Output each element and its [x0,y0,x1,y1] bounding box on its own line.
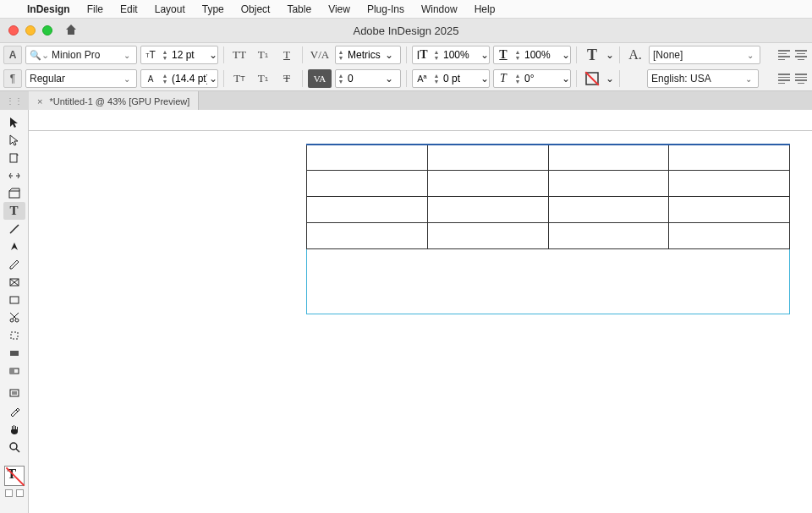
font-size-input[interactable] [170,49,209,61]
menu-window[interactable]: Window [413,0,466,19]
kerning-input[interactable] [346,49,385,61]
all-caps-button[interactable]: TT [229,46,250,64]
menu-app[interactable]: InDesign [19,0,79,19]
menu-file[interactable]: File [79,0,112,19]
tracking-input[interactable] [346,73,385,85]
language-value: English: USA [651,73,743,85]
baseline-shift-icon: Aª [413,74,431,84]
menu-type[interactable]: Type [194,0,233,19]
skew-icon: T [494,72,513,85]
zoom-tool[interactable] [3,438,25,456]
table[interactable] [306,144,790,249]
pen-tool[interactable] [3,237,25,255]
menu-object[interactable]: Object [233,0,279,19]
tab-bar-grip[interactable]: ⋮⋮ [0,91,29,111]
macos-menubar: InDesign File Edit Layout Type Object Ta… [0,0,812,19]
direct-selection-tool[interactable] [3,131,25,149]
gradient-swatch-tool[interactable] [3,344,25,362]
hand-tool[interactable] [3,420,25,438]
rectangle-frame-tool[interactable] [3,273,25,291]
menu-view[interactable]: View [320,0,359,19]
menu-plugins[interactable]: Plug-Ins [359,0,413,19]
chevron-down-icon: ⌄ [121,51,133,60]
paragraph-align-group-bottom [776,71,809,86]
page-tool[interactable] [3,149,25,166]
leading-input[interactable] [170,73,209,85]
horizontal-scale-field[interactable]: T ▲▼ ⌄ [493,46,571,64]
justify-center-button[interactable] [793,71,809,86]
vertical-scale-icon: IT [413,48,431,62]
pencil-tool[interactable] [3,255,25,273]
stroke-color-button[interactable] [582,69,602,88]
leading-field[interactable]: A ▲▼ ⌄ [140,69,218,88]
font-size-field[interactable]: TT ▲▼ ⌄ [140,46,218,64]
color-mode-toggles[interactable] [5,489,24,497]
justify-left-button[interactable] [776,71,792,86]
character-mode-button[interactable]: A [3,46,22,64]
font-family-combo[interactable]: 🔍⌄ Minion Pro ⌄ [25,46,137,64]
strikethrough-button[interactable]: T [277,69,297,88]
menu-edit[interactable]: Edit [112,0,146,19]
svg-point-8 [10,319,14,322]
app-titlebar: Adobe InDesign 2025 [0,19,812,42]
horizontal-scale-input[interactable] [523,49,562,61]
character-style-combo[interactable]: [None] ⌄ [649,46,760,64]
table-row[interactable] [307,145,790,171]
superscript-button[interactable]: T1 [253,46,273,64]
chevron-down-icon[interactable]: ⌄ [606,73,614,85]
menu-table[interactable]: Table [278,0,320,19]
scissors-tool[interactable] [3,308,25,326]
line-tool[interactable] [3,220,25,237]
baseline-shift-field[interactable]: Aª ▲▼ ⌄ [412,69,490,88]
free-transform-tool[interactable] [3,326,25,344]
control-panel: A 🔍⌄ Minion Pro ⌄ TT ▲▼ ⌄ TT T1 T V/A ▲▼… [0,42,812,91]
document-tab[interactable]: × *Untitled-1 @ 43% [GPU Preview] [29,91,199,111]
window-controls [0,25,52,35]
document-canvas[interactable] [29,110,812,513]
language-combo[interactable]: English: USA ⌄ [647,69,759,88]
align-left-button[interactable] [776,47,792,63]
font-style-combo[interactable]: Regular ⌄ [25,69,137,88]
kerning-field[interactable]: ▲▼ ⌄ [335,46,401,64]
table-selection-top [306,144,790,145]
vertical-scale-field[interactable]: IT ▲▼ ⌄ [412,46,490,64]
fill-stroke-swatch[interactable]: T [4,466,25,486]
skew-input[interactable] [523,73,562,85]
gap-tool[interactable] [3,166,25,184]
fill-color-button[interactable]: T [582,46,602,64]
selection-tool[interactable] [3,113,25,131]
menu-help[interactable]: Help [466,0,504,19]
window-close-button[interactable] [8,25,19,35]
svg-line-3 [10,225,19,233]
table-row[interactable] [307,223,790,249]
home-button[interactable] [64,23,78,39]
content-collector-tool[interactable] [3,184,25,202]
window-zoom-button[interactable] [42,25,52,35]
align-center-button[interactable] [793,47,809,63]
close-tab-icon[interactable]: × [37,96,42,106]
svg-rect-11 [10,351,19,356]
subscript-button[interactable]: T1 [253,69,273,88]
type-tool[interactable]: T [3,202,25,220]
eyedropper-tool[interactable] [3,402,25,420]
small-caps-button[interactable]: TT [229,69,250,88]
baseline-shift-input[interactable] [442,73,480,85]
vertical-scale-input[interactable] [442,49,480,61]
font-size-icon: TT [141,49,160,61]
horizontal-scale-icon: T [494,48,513,62]
menu-layout[interactable]: Layout [146,0,194,19]
table-row[interactable] [307,197,790,223]
table-row[interactable] [307,171,790,197]
tracking-field[interactable]: ▲▼ ⌄ [335,69,401,88]
gradient-feather-tool[interactable] [3,362,25,379]
window-minimize-button[interactable] [25,25,36,35]
svg-rect-2 [9,191,19,198]
underline-button[interactable]: T [277,46,297,64]
font-family-value: Minion Pro [52,49,121,61]
skew-field[interactable]: T ▲▼ ⌄ [493,69,571,88]
note-tool[interactable] [3,385,25,402]
svg-rect-7 [10,297,19,303]
paragraph-mode-button[interactable]: ¶ [3,69,22,88]
rectangle-tool[interactable] [3,291,25,308]
chevron-down-icon[interactable]: ⌄ [606,49,614,61]
